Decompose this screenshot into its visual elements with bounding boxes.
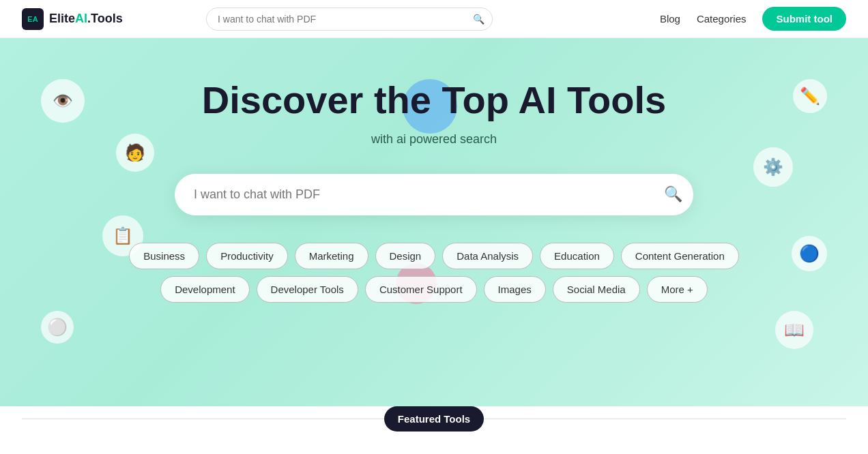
nav-links: Blog Categories Submit tool (660, 7, 846, 31)
hero-subtitle: with ai powered search (22, 132, 846, 147)
hero-title: Discover the Top AI Tools (22, 79, 846, 121)
nav-search-input[interactable] (206, 7, 493, 31)
categories-link[interactable]: Categories (697, 13, 747, 25)
floating-icon-4: ⚪ (41, 311, 74, 344)
hero-search-container: 🔍 (175, 174, 693, 215)
hero-search-input[interactable] (175, 174, 693, 215)
category-development[interactable]: Development (160, 276, 249, 303)
category-design[interactable]: Design (375, 243, 436, 269)
featured-divider: Featured Tools (22, 406, 846, 432)
logo-badge: EA (22, 8, 44, 30)
floating-icon-8: 📖 (775, 311, 813, 349)
hero-search-button[interactable]: 🔍 (664, 185, 682, 203)
category-tags-row2: Development Developer Tools Customer Sup… (127, 276, 741, 303)
category-content-generation[interactable]: Content Generation (621, 243, 739, 269)
category-more[interactable]: More + (647, 276, 708, 303)
category-marketing[interactable]: Marketing (295, 243, 368, 269)
logo-text: EliteAI.Tools (49, 12, 123, 26)
hero-section: 👁️ 🧑 📋 ⚪ ✏️ ⚙️ 🔵 📖 Discover the Top AI T… (0, 38, 868, 406)
category-tags: Business Productivity Marketing Design D… (127, 243, 741, 269)
featured-badge: Featured Tools (384, 406, 484, 432)
hero-search-icon: 🔍 (664, 185, 682, 202)
category-productivity[interactable]: Productivity (206, 243, 288, 269)
nav-search-icon: 🔍 (473, 14, 484, 25)
category-business[interactable]: Business (129, 243, 199, 269)
divider-line-left (22, 419, 384, 419)
featured-section: Featured Tools Featured Featured Feature… (0, 406, 868, 454)
nav-search-container: 🔍 (206, 7, 493, 31)
category-customer-support[interactable]: Customer Support (365, 276, 477, 303)
logo-ai-text: AI (75, 12, 87, 25)
logo-link[interactable]: EA EliteAI.Tools (22, 8, 123, 30)
category-data-analysis[interactable]: Data Analysis (442, 243, 533, 269)
navbar: EA EliteAI.Tools 🔍 Blog Categories Submi… (0, 0, 868, 38)
category-developer-tools[interactable]: Developer Tools (257, 276, 358, 303)
divider-line-right (484, 419, 846, 419)
category-education[interactable]: Education (540, 243, 614, 269)
category-social-media[interactable]: Social Media (553, 276, 640, 303)
floating-icon-6: ⚙️ (753, 147, 793, 187)
category-images[interactable]: Images (484, 276, 546, 303)
submit-tool-button[interactable]: Submit tool (762, 7, 846, 31)
blog-link[interactable]: Blog (660, 13, 680, 25)
floating-icon-7: 🔵 (792, 236, 827, 271)
